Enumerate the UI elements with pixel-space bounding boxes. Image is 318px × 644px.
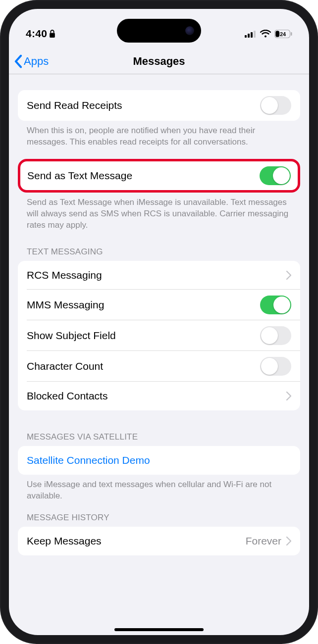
chevron-right-icon: [286, 537, 291, 545]
svg-rect-3: [251, 32, 253, 38]
home-indicator[interactable]: [114, 628, 204, 631]
back-label: Apps: [24, 55, 49, 68]
toggle-read-receipts[interactable]: [260, 96, 291, 115]
nav-bar: Apps Messages: [9, 49, 309, 74]
wifi-icon: [260, 30, 271, 38]
svg-rect-7: [291, 32, 292, 36]
row-label: RCS Messaging: [27, 269, 102, 281]
device-frame: 4:40: [0, 0, 318, 644]
group-header-satellite: MESSAGES VIA SATELLITE: [18, 432, 300, 446]
camera-icon: [185, 26, 194, 35]
svg-text:24: 24: [280, 31, 286, 37]
toggle-send-as-text[interactable]: [260, 166, 291, 185]
svg-rect-4: [254, 31, 256, 38]
row-label: Keep Messages: [27, 535, 102, 547]
row-value: Forever: [246, 535, 281, 547]
row-label: Show Subject Field: [27, 330, 116, 342]
highlight-send-as-text: Send as Text Message: [18, 159, 300, 193]
group-read-receipts: Send Read Receipts When this is on, peop…: [18, 90, 300, 148]
content[interactable]: Send Read Receipts When this is on, peop…: [9, 74, 309, 635]
svg-rect-1: [245, 35, 247, 38]
svg-rect-6: [275, 31, 279, 37]
row-label: Send as Text Message: [27, 170, 132, 182]
row-label: Satellite Connection Demo: [27, 454, 150, 466]
group-send-as-text: Send as Text Message Send as Text Messag…: [18, 159, 300, 231]
row-satellite-demo[interactable]: Satellite Connection Demo: [18, 446, 300, 475]
row-label: Blocked Contacts: [27, 390, 107, 402]
footer-read-receipts: When this is on, people are notified whe…: [18, 121, 300, 148]
row-label: Send Read Receipts: [27, 99, 122, 111]
dynamic-island: [117, 19, 201, 43]
back-button[interactable]: Apps: [14, 54, 49, 68]
row-blocked-contacts[interactable]: Blocked Contacts: [18, 382, 300, 410]
row-character-count[interactable]: Character Count: [18, 351, 300, 382]
lock-icon: [49, 30, 55, 38]
svg-rect-2: [248, 34, 250, 38]
page-title: Messages: [133, 55, 185, 68]
status-left: 4:40: [26, 28, 55, 40]
row-label: MMS Messaging: [27, 299, 104, 311]
status-right: 24: [245, 30, 292, 38]
row-mms-messaging[interactable]: MMS Messaging: [18, 290, 300, 320]
row-send-as-text[interactable]: Send as Text Message: [20, 161, 298, 190]
row-show-subject[interactable]: Show Subject Field: [18, 320, 300, 351]
footer-satellite: Use iMessage and text messages when cell…: [18, 475, 300, 502]
group-history: MESSAGE HISTORY Keep Messages Forever: [18, 513, 300, 555]
battery-icon: 24: [274, 30, 292, 38]
row-read-receipts[interactable]: Send Read Receipts: [18, 90, 300, 121]
group-header-history: MESSAGE HISTORY: [18, 513, 300, 527]
status-time: 4:40: [26, 28, 47, 40]
chevron-left-icon: [14, 54, 23, 68]
toggle-subject[interactable]: [260, 326, 291, 345]
row-label: Character Count: [27, 360, 103, 372]
chevron-right-icon: [286, 271, 291, 280]
group-satellite: MESSAGES VIA SATELLITE Satellite Connect…: [18, 432, 300, 502]
chevron-right-icon: [286, 392, 291, 400]
screen: 4:40: [9, 9, 309, 635]
svg-rect-0: [50, 33, 55, 38]
cellular-icon: [245, 30, 257, 38]
group-header-text-messaging: TEXT MESSAGING: [18, 247, 300, 261]
toggle-charcount[interactable]: [260, 357, 291, 376]
row-rcs-messaging[interactable]: RCS Messaging: [18, 261, 300, 290]
group-text-messaging: TEXT MESSAGING RCS Messaging MMS Messagi…: [18, 247, 300, 410]
toggle-mms[interactable]: [260, 296, 291, 314]
row-keep-messages[interactable]: Keep Messages Forever: [18, 527, 300, 555]
footer-send-as-text: Send as Text Message when iMessage is un…: [18, 193, 300, 231]
